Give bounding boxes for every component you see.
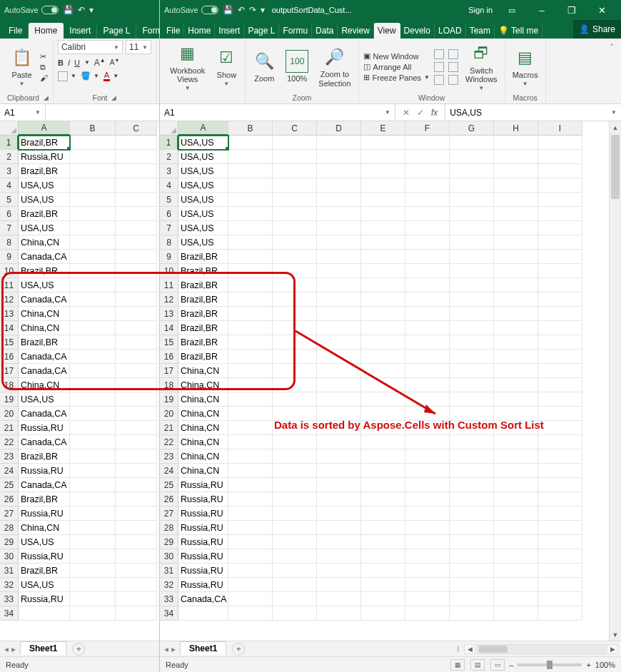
cell[interactable] — [538, 321, 582, 335]
cell[interactable] — [70, 221, 116, 235]
cell[interactable] — [405, 307, 450, 321]
cell[interactable] — [228, 150, 273, 164]
cell[interactable] — [494, 549, 538, 564]
cell[interactable] — [450, 136, 494, 150]
cell[interactable] — [116, 136, 157, 150]
cell[interactable]: Brazil,BR — [19, 492, 70, 506]
cell[interactable] — [19, 606, 70, 621]
row-header[interactable]: 33 — [0, 592, 19, 606]
cell[interactable] — [228, 464, 273, 478]
cell[interactable] — [116, 521, 157, 535]
cell[interactable] — [450, 235, 494, 250]
cell[interactable] — [361, 164, 405, 178]
paste-button[interactable]: 📋 Paste ▼ — [7, 45, 36, 88]
cell[interactable] — [228, 364, 273, 378]
cell[interactable] — [405, 392, 450, 407]
cell[interactable] — [361, 207, 405, 221]
cell[interactable] — [70, 335, 116, 350]
cell[interactable]: China,CN — [178, 435, 228, 449]
cell[interactable] — [494, 407, 538, 421]
cell[interactable] — [538, 178, 582, 193]
cell[interactable] — [228, 378, 273, 392]
row-header[interactable]: 7 — [160, 221, 178, 235]
underline-button[interactable]: U — [74, 58, 80, 67]
cell[interactable] — [317, 549, 361, 564]
cell[interactable] — [361, 221, 405, 235]
page-break-view-icon[interactable]: ▭ — [490, 659, 505, 671]
select-all-corner[interactable] — [160, 121, 178, 136]
increase-font-icon[interactable]: A▲ — [94, 57, 106, 68]
minimize-button[interactable]: – — [527, 0, 557, 20]
row-header[interactable]: 14 — [160, 321, 178, 335]
cell[interactable] — [317, 506, 361, 521]
row-header[interactable]: 28 — [0, 521, 19, 535]
row-header[interactable]: 24 — [160, 464, 178, 478]
cell[interactable] — [70, 564, 116, 578]
row-header[interactable]: 29 — [0, 535, 19, 549]
cell[interactable] — [273, 535, 317, 549]
cell[interactable]: Russia,RU — [178, 492, 228, 506]
cell[interactable] — [228, 492, 273, 506]
row-header[interactable]: 13 — [160, 307, 178, 321]
cell[interactable] — [228, 193, 273, 207]
cell[interactable] — [116, 449, 157, 464]
cell[interactable] — [228, 278, 273, 292]
cell[interactable] — [116, 364, 157, 378]
cell[interactable] — [450, 564, 494, 578]
name-box[interactable]: A1▼ — [0, 104, 46, 121]
cell[interactable] — [494, 449, 538, 464]
insert-function-icon[interactable]: fx — [431, 108, 438, 118]
name-box[interactable]: A1▼ — [160, 104, 395, 121]
cell[interactable] — [228, 292, 273, 307]
cell[interactable]: Brazil,BR — [178, 307, 228, 321]
row-header[interactable]: 12 — [0, 292, 19, 307]
cell[interactable] — [116, 221, 157, 235]
split-button[interactable] — [434, 49, 444, 59]
cell[interactable] — [361, 549, 405, 564]
cell[interactable] — [317, 221, 361, 235]
vertical-scrollbar[interactable]: ▲ ▼ — [609, 121, 621, 641]
cell[interactable] — [317, 335, 361, 350]
cell[interactable] — [494, 364, 538, 378]
cell[interactable] — [361, 250, 405, 264]
cell[interactable] — [317, 292, 361, 307]
cell[interactable] — [361, 492, 405, 506]
cell[interactable] — [228, 307, 273, 321]
cell[interactable] — [361, 535, 405, 549]
row-header[interactable]: 3 — [0, 164, 19, 178]
cell[interactable] — [450, 578, 494, 592]
column-header[interactable]: H — [494, 121, 538, 136]
cell[interactable]: Russia,RU — [19, 150, 70, 164]
cell[interactable] — [116, 178, 157, 193]
cell[interactable] — [116, 378, 157, 392]
cell[interactable] — [494, 506, 538, 521]
cell[interactable] — [494, 307, 538, 321]
cut-button[interactable]: ✂ — [40, 52, 48, 61]
cell[interactable] — [538, 264, 582, 278]
grid-left[interactable]: 1234567891011121314151617181920212223242… — [0, 121, 159, 641]
cell[interactable] — [116, 150, 157, 164]
cell[interactable] — [70, 193, 116, 207]
column-header[interactable]: D — [317, 121, 361, 136]
cell[interactable] — [538, 207, 582, 221]
cell[interactable]: Canada,CA — [19, 350, 70, 364]
cell[interactable] — [70, 150, 116, 164]
cell[interactable] — [228, 449, 273, 464]
cell[interactable] — [70, 449, 116, 464]
cell[interactable] — [450, 421, 494, 435]
row-header[interactable]: 8 — [0, 235, 19, 250]
cell[interactable] — [228, 478, 273, 492]
cell[interactable] — [228, 392, 273, 407]
row-header[interactable]: 28 — [160, 521, 178, 535]
border-button[interactable]: ▼ — [58, 71, 76, 81]
cell[interactable]: USA,US — [178, 193, 228, 207]
cell[interactable] — [70, 435, 116, 449]
column-header[interactable]: F — [405, 121, 450, 136]
cell[interactable] — [405, 264, 450, 278]
cell[interactable] — [538, 407, 582, 421]
cell[interactable] — [70, 464, 116, 478]
cell[interactable] — [317, 592, 361, 606]
row-header[interactable]: 11 — [160, 278, 178, 292]
cell[interactable] — [405, 435, 450, 449]
cell[interactable] — [317, 136, 361, 150]
